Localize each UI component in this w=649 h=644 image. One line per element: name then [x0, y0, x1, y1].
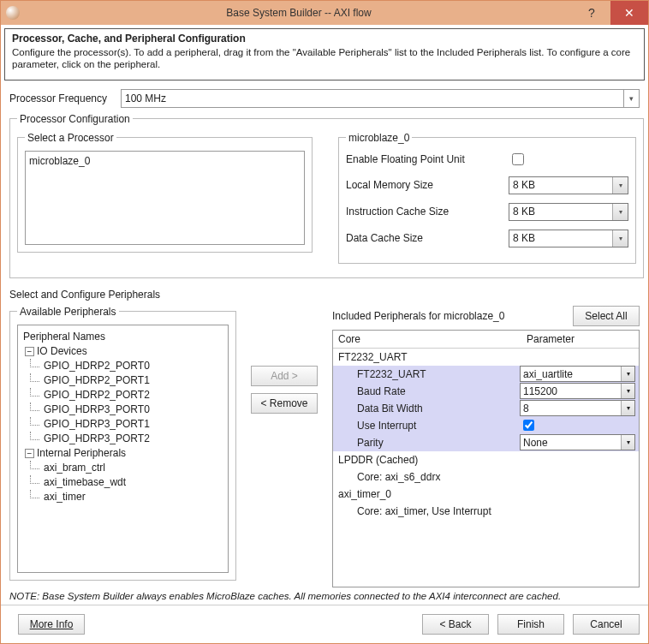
dialog-window: Base System Builder -- AXI flow ? ✕ Proc…	[0, 0, 649, 644]
grid-row[interactable]: Baud Rate 115200▾	[333, 383, 639, 400]
tree-item[interactable]: axi_bram_ctrl	[20, 461, 226, 475]
processor-frequency-value: 100 MHz	[125, 92, 166, 104]
parity-select[interactable]: None▾	[520, 434, 635, 450]
dcache-select[interactable]: 8 KB▾	[509, 230, 628, 247]
tree-item[interactable]: axi_timebase_wdt	[20, 475, 226, 490]
grid-row[interactable]: Use Interrupt	[333, 417, 639, 434]
cache-note: NOTE: Base System Builder always enables…	[1, 587, 648, 605]
chevron-down-icon: ▾	[621, 435, 634, 450]
fpu-checkbox[interactable]	[512, 153, 524, 165]
select-processor-legend: Select a Processor	[25, 132, 116, 144]
tree-item[interactable]: GPIO_HDRP3_PORT2	[20, 432, 226, 446]
add-button[interactable]: Add >	[251, 366, 318, 386]
column-header-parameter: Parameter	[521, 331, 639, 348]
back-button[interactable]: < Back	[422, 614, 489, 635]
tree-item[interactable]: GPIO_HDRP3_PORT1	[20, 417, 226, 432]
grid-group-row[interactable]: FT2232_UART	[333, 349, 639, 366]
available-peripherals-legend: Available Peripherals	[17, 306, 119, 318]
microblaze-settings-group: microblaze_0 Enable Floating Point Unit …	[338, 132, 636, 264]
fpu-label: Enable Floating Point Unit	[346, 153, 509, 165]
icache-select[interactable]: 8 KB▾	[509, 203, 628, 221]
processor-item[interactable]: microblaze_0	[29, 155, 301, 167]
chevron-down-icon: ▾	[612, 204, 628, 220]
included-peripherals-label: Included Peripherals for microblaze_0	[332, 310, 573, 322]
local-memory-select[interactable]: 8 KB▾	[509, 176, 628, 194]
baud-rate-select[interactable]: 115200▾	[520, 383, 635, 399]
icache-label: Instruction Cache Size	[346, 206, 509, 218]
select-processor-group: Select a Processor microblaze_0	[17, 132, 313, 253]
grid-group-row[interactable]: LPDDR (Cached)	[333, 451, 639, 468]
select-peripherals-label: Select and Configure Peripherals	[9, 289, 640, 301]
use-interrupt-checkbox[interactable]	[523, 420, 534, 431]
grid-header: Core Parameter	[333, 331, 639, 349]
chevron-down-icon: ▾	[612, 177, 628, 194]
microblaze-legend: microblaze_0	[346, 132, 412, 144]
available-peripherals-group: Available Peripherals Peripheral Names −…	[9, 306, 236, 581]
window-title: Base System Builder -- AXI flow	[25, 7, 573, 19]
app-icon	[6, 6, 20, 20]
grid-group-row[interactable]: axi_timer_0	[333, 486, 639, 503]
close-button[interactable]: ✕	[610, 1, 648, 25]
tree-item[interactable]: GPIO_HDRP2_PORT1	[20, 373, 226, 388]
chevron-down-icon: ▾	[612, 230, 628, 247]
data-bit-width-select[interactable]: 8▾	[520, 400, 635, 416]
processor-frequency-select[interactable]: 100 MHz ▾	[121, 89, 640, 108]
tree-item[interactable]: GPIO_HDRP2_PORT2	[20, 388, 226, 402]
footer: More Info < Back Finish Cancel	[1, 605, 648, 643]
local-memory-label: Local Memory Size	[346, 179, 509, 191]
select-all-button[interactable]: Select All	[573, 306, 640, 326]
tree-item[interactable]: GPIO_HDRP2_PORT0	[20, 359, 226, 373]
tree-item[interactable]: axi_timer	[20, 490, 226, 504]
chevron-down-icon: ▾	[621, 384, 634, 398]
titlebar: Base System Builder -- AXI flow ? ✕	[1, 1, 648, 25]
header-title: Processor, Cache, and Peripheral Configu…	[12, 33, 637, 45]
tree-node-io-devices[interactable]: −IO Devices	[20, 344, 226, 359]
grid-row[interactable]: FT2232_UART axi_uartlite▾	[333, 366, 639, 383]
collapse-icon[interactable]: −	[25, 449, 34, 458]
header-panel: Processor, Cache, and Peripheral Configu…	[4, 28, 645, 80]
tree-node-internal[interactable]: −Internal Peripherals	[20, 446, 226, 461]
processor-listbox[interactable]: microblaze_0	[25, 151, 305, 245]
help-button[interactable]: ?	[573, 1, 610, 25]
chevron-down-icon: ▾	[621, 401, 634, 415]
tree-item[interactable]: GPIO_HDRP3_PORT0	[20, 402, 226, 417]
grid-row[interactable]: Core: axi_s6_ddrx	[333, 468, 639, 486]
dcache-label: Data Cache Size	[346, 232, 509, 244]
chevron-down-icon: ▾	[623, 90, 639, 107]
cancel-button[interactable]: Cancel	[573, 614, 640, 635]
finish-button[interactable]: Finish	[497, 614, 564, 635]
processor-configuration-group: Processor Configuration Select a Process…	[9, 113, 644, 278]
core-select[interactable]: axi_uartlite▾	[520, 366, 635, 382]
grid-row[interactable]: Core: axi_timer, Use Interrupt	[333, 503, 639, 520]
available-peripherals-tree[interactable]: Peripheral Names −IO Devices GPIO_HDRP2_…	[17, 325, 229, 573]
remove-button[interactable]: < Remove	[251, 393, 318, 414]
grid-row[interactable]: Parity None▾	[333, 434, 639, 451]
included-peripherals-grid[interactable]: Core Parameter FT2232_UART FT2232_UART a…	[332, 330, 640, 587]
column-header-core: Core	[333, 331, 521, 348]
tree-header: Peripheral Names	[20, 329, 226, 344]
processor-configuration-legend: Processor Configuration	[17, 113, 133, 125]
grid-row[interactable]: Data Bit Width 8▾	[333, 400, 639, 417]
more-info-button[interactable]: More Info	[18, 614, 85, 635]
header-description: Configure the processor(s). To add a per…	[12, 46, 637, 71]
chevron-down-icon: ▾	[621, 367, 634, 381]
collapse-icon[interactable]: −	[25, 347, 34, 356]
processor-frequency-label: Processor Frequency	[9, 92, 121, 104]
